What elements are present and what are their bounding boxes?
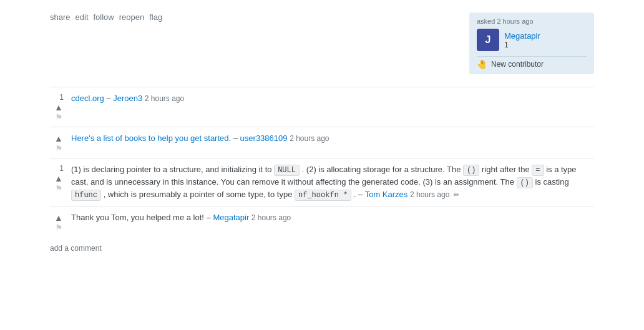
add-comment-link[interactable]: add a comment (50, 244, 102, 253)
user-info: J Megatapir 1 (477, 29, 587, 51)
comment-vote-count (54, 211, 64, 212)
user-name-link[interactable]: Megatapir (504, 31, 540, 41)
comment-flag-button[interactable]: ⚑ (55, 184, 63, 193)
answer-comment-row: 1 ▲ ⚑ (1) is declaring pointer to a stru… (50, 158, 594, 206)
code-hfunc: hfunc (71, 190, 101, 201)
comment-row: 1 ▲ ⚑ cdecl.org – Jeroen3 2 hours ago (50, 87, 594, 127)
thankyou-time-val: 2 hours ago (251, 213, 291, 222)
comment-time: 2 hours ago (290, 134, 329, 143)
edit-icon[interactable]: ✏ (454, 191, 459, 198)
answer-body-before: (1) is declaring pointer to a structure,… (71, 165, 274, 174)
comment-vote-count: 1 (54, 92, 64, 102)
comment-text: Here's a list of books to help you get s… (71, 132, 594, 145)
share-link[interactable]: share (50, 12, 71, 22)
answer-author[interactable]: Tom Karzes (365, 190, 408, 199)
thankyou-text: Thank you Tom, you helped me a lot! – Me… (71, 211, 594, 224)
vote-col: 1 ▲ ⚑ (50, 163, 67, 193)
code-equals: = (532, 165, 544, 176)
hand-icon: 🤚 (477, 59, 487, 69)
flag-link[interactable]: flag (149, 12, 162, 22)
vote-col: 1 ▲ ⚑ (50, 92, 67, 122)
comment-text: (1) is declaring pointer to a structure,… (71, 163, 594, 201)
thankyou-author[interactable]: Megatapir (213, 213, 249, 222)
comment-author[interactable]: user3386109 (240, 133, 288, 143)
code-null: NULL (274, 165, 300, 176)
edit-link[interactable]: edit (76, 12, 89, 22)
answer-time-val: 2 hours ago (410, 190, 449, 199)
comment-upvote-button[interactable]: ▲ (54, 213, 63, 222)
avatar: J (477, 29, 499, 51)
reopen-link[interactable]: reopen (119, 12, 144, 22)
user-reputation: 1 (504, 41, 540, 49)
answer-body-m1: . (2) is allocating storage for a struct… (302, 165, 463, 174)
comment-text: cdecl.org – Jeroen3 2 hours ago (71, 92, 594, 105)
vote-col: ▲ ⚑ (50, 132, 67, 153)
code-parens2: () (517, 177, 533, 188)
vote-col: ▲ ⚑ (50, 211, 67, 232)
comment-flag-button[interactable]: ⚑ (55, 113, 63, 122)
add-comment-section: add a comment (12, 237, 632, 259)
comment-row: ▲ ⚑ Here's a list of books to help you g… (50, 127, 594, 158)
new-contributor-label: New contributor (491, 60, 544, 69)
thankyou-comment-row: ▲ ⚑ Thank you Tom, you helped me a lot! … (50, 206, 594, 237)
user-details: Megatapir 1 (504, 31, 540, 49)
answer-body-m2: right after the (482, 165, 532, 174)
comment-upvote-button[interactable]: ▲ (54, 174, 63, 183)
comment-separator: – (106, 94, 113, 103)
comment-upvote-button[interactable]: ▲ (54, 134, 63, 143)
user-card: asked 2 hours ago J Megatapir 1 🤚 New co… (469, 12, 594, 74)
code-parens1: () (463, 165, 479, 176)
comment-upvote-button[interactable]: ▲ (54, 103, 63, 112)
comment-separator: – (233, 133, 240, 143)
comment-flag-button[interactable]: ⚑ (55, 223, 63, 232)
answer-body-m5: , which is presumably a pointer of some … (104, 190, 295, 199)
comment-vote-count: 1 (54, 163, 64, 173)
comment-book-link[interactable]: Here's a list of books to help you get s… (71, 133, 231, 143)
comment-author[interactable]: Jeroen3 (113, 94, 142, 103)
comment-link[interactable]: cdecl.org (71, 94, 104, 103)
comment-flag-button[interactable]: ⚑ (55, 144, 63, 153)
follow-link[interactable]: follow (94, 12, 114, 22)
comments-section: 1 ▲ ⚑ cdecl.org – Jeroen3 2 hours ago ▲ … (12, 87, 632, 158)
code-nf-hookfn: nf_hookfn * (295, 190, 351, 201)
asked-label: asked 2 hours ago (477, 17, 587, 25)
thankyou-before: Thank you Tom, you helped me a lot! – (71, 213, 213, 222)
answer-body-m4: is casting (535, 177, 569, 187)
answer-body-end: . – (354, 190, 365, 199)
answer-comments-section: 1 ▲ ⚑ (1) is declaring pointer to a stru… (12, 158, 632, 237)
new-contributor-badge: 🤚 New contributor (477, 56, 587, 69)
comment-vote-count (54, 132, 64, 133)
comment-time: 2 hours ago (145, 94, 184, 103)
